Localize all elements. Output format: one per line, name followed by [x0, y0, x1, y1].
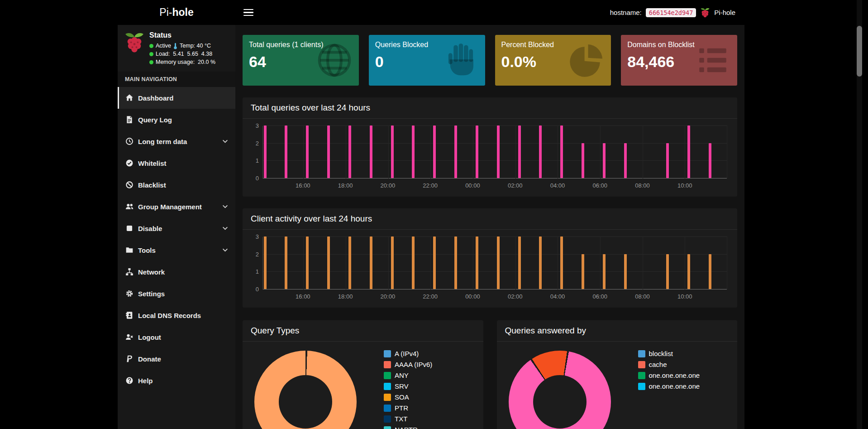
gridline — [430, 126, 431, 178]
legend-label: ANY — [395, 371, 409, 379]
gridline — [263, 125, 727, 126]
sidebar-item-donate[interactable]: Donate — [118, 348, 235, 370]
donut-hole — [279, 375, 332, 429]
sidebar-item-disable[interactable]: Disable — [118, 217, 235, 239]
legend-swatch — [384, 394, 391, 401]
legend-item-naptr[interactable]: NAPTR — [384, 426, 432, 429]
gridline — [473, 237, 473, 289]
legend-item-txt[interactable]: TXT — [384, 415, 432, 423]
bar — [624, 254, 627, 289]
sidebar-item-label: Long term data — [138, 138, 187, 145]
home-icon — [125, 94, 138, 102]
bar — [603, 143, 606, 178]
query-types-donut[interactable] — [254, 351, 357, 429]
chevron-down-icon — [222, 205, 228, 209]
navbar-right: hostname: 666154e2d947 Pi-hole — [610, 7, 735, 18]
gridline — [263, 143, 727, 144]
file-icon — [125, 116, 138, 124]
sidebar-item-local-dns-records[interactable]: Local DNS Records — [118, 304, 235, 326]
gridline — [685, 126, 685, 178]
x-tick-label: 00:00 — [465, 293, 480, 300]
app-name[interactable]: Pi-hole — [714, 9, 735, 16]
card-queries-blocked: Queries Blocked0 — [369, 35, 485, 86]
y-tick-label: 1 — [256, 157, 259, 164]
bar — [518, 236, 521, 289]
x-tick-label: 06:00 — [592, 182, 607, 189]
gridline — [558, 237, 558, 289]
ban-icon — [125, 181, 138, 189]
thermometer-icon — [173, 43, 177, 49]
sidebar-item-long-term-data[interactable]: Long term data — [118, 130, 235, 152]
brand-logo[interactable]: Pi-hole — [118, 0, 235, 25]
legend-item-one-one-one-one[interactable]: one.one.one.one — [638, 371, 700, 379]
legend-item-one-one-one-one[interactable]: one.one.one.one — [638, 382, 700, 390]
sidebar-item-whitelist[interactable]: Whitelist — [118, 152, 235, 174]
x-tick-label: 08:00 — [635, 293, 650, 300]
legend-label: TXT — [395, 415, 407, 423]
legend-swatch — [384, 372, 391, 379]
legend-item-blocklist[interactable]: blocklist — [638, 350, 700, 357]
panel-title: Query Types — [243, 320, 483, 342]
bar — [391, 125, 394, 178]
client-activity-chart: 012316:0018:0020:0022:0000:0002:0004:000… — [243, 230, 737, 308]
legend-item-aaaa-ipv6[interactable]: AAAA (IPv6) — [384, 361, 432, 368]
x-tick-label: 08:00 — [635, 182, 650, 189]
scrollbar-thumb[interactable] — [857, 26, 862, 77]
sidebar-item-settings[interactable]: Settings — [118, 283, 235, 304]
status-load-dot — [149, 52, 153, 56]
x-tick-label: 02:00 — [508, 293, 523, 300]
gears-icon — [125, 289, 138, 298]
legend-label: cache — [649, 361, 667, 368]
sidebar-item-label: Settings — [138, 290, 165, 298]
gridline — [600, 237, 601, 289]
legend-swatch — [384, 350, 391, 357]
legend-item-cache[interactable]: cache — [638, 361, 700, 368]
legend-label: A (IPv4) — [395, 350, 419, 357]
sidebar-item-group-management[interactable]: Group Management — [118, 196, 235, 217]
gridline — [388, 126, 389, 178]
sidebar-item-query-log[interactable]: Query Log — [118, 109, 235, 130]
gridline — [643, 126, 643, 178]
users-icon — [125, 202, 138, 211]
sidebar-item-logout[interactable]: Logout — [118, 326, 235, 348]
legend-swatch — [384, 415, 391, 423]
legend-item-a-ipv4[interactable]: A (IPv4) — [384, 350, 432, 357]
status-line-memory: Memory usage: 20.0 % — [149, 58, 215, 66]
gridline — [303, 126, 304, 178]
gridline — [346, 237, 346, 289]
legend-swatch — [638, 372, 645, 379]
bar — [497, 236, 500, 289]
sidebar-item-blacklist[interactable]: Blacklist — [118, 174, 235, 196]
main-content: Total queries (1 clients)64Queries Block… — [235, 25, 744, 429]
legend-swatch — [384, 361, 391, 368]
summary-cards: Total queries (1 clients)64Queries Block… — [243, 35, 737, 86]
panel-title: Total queries over last 24 hours — [243, 97, 737, 119]
legend-item-ptr[interactable]: PTR — [384, 404, 432, 412]
sidebar-item-label: Logout — [138, 333, 161, 341]
check-circle-icon — [125, 159, 138, 167]
bar — [348, 236, 351, 289]
sidebar-item-tools[interactable]: Tools — [118, 239, 235, 261]
x-tick-label: 22:00 — [423, 182, 438, 189]
bar — [518, 125, 521, 178]
y-tick-label: 0 — [256, 286, 259, 293]
chevron-down-icon — [222, 248, 228, 252]
legend-item-soa[interactable]: SOA — [384, 393, 432, 401]
x-tick-label: 06:00 — [592, 293, 607, 300]
sidebar-item-help[interactable]: Help — [118, 370, 235, 391]
globe-icon — [315, 41, 353, 81]
bar-chart-plot[interactable]: 0123 — [262, 126, 727, 178]
sidebar-item-dashboard[interactable]: Dashboard — [118, 87, 235, 109]
legend-item-any[interactable]: ANY — [384, 371, 432, 379]
hamburger-icon[interactable] — [243, 7, 253, 18]
status-line-load: Load: 5.41 5.65 4.38 — [149, 50, 215, 58]
scrollbar[interactable] — [857, 0, 862, 429]
legend-item-srv[interactable]: SRV — [384, 382, 432, 390]
bar — [560, 125, 563, 178]
bar-chart-plot[interactable]: 0123 — [262, 237, 727, 289]
donut-row: Query Types A (IPv4)AAAA (IPv6)ANYSRVSOA… — [243, 320, 737, 429]
x-tick-label: 18:00 — [338, 182, 353, 189]
sidebar-nav: DashboardQuery LogLong term dataWhitelis… — [118, 87, 235, 391]
sidebar-item-network[interactable]: Network — [118, 261, 235, 283]
queries-answered-by-donut[interactable] — [509, 351, 611, 429]
